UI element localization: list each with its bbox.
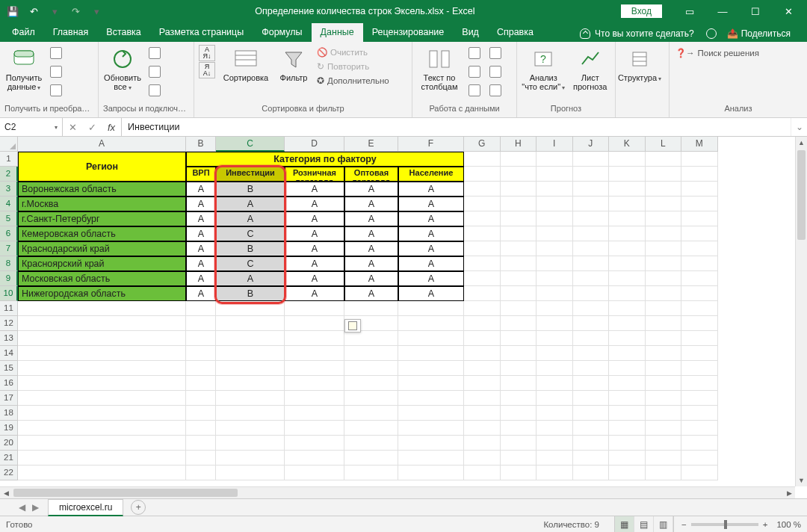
cell-F20[interactable] [398, 436, 464, 451]
col-header-D[interactable]: D [285, 137, 344, 152]
cell-M21[interactable] [681, 451, 718, 466]
cell-B13[interactable] [186, 331, 216, 346]
cell-M20[interactable] [681, 436, 718, 451]
cell-L15[interactable] [646, 361, 682, 376]
cell-G4[interactable] [464, 197, 501, 211]
cell-E11[interactable] [344, 301, 398, 316]
tab-insert[interactable]: Вставка [97, 23, 149, 42]
cell-I14[interactable] [537, 346, 573, 361]
cell-G10[interactable] [464, 286, 501, 301]
from-text-icon[interactable] [48, 45, 64, 61]
cell-K8[interactable] [609, 256, 646, 271]
cell-G3[interactable] [464, 182, 501, 197]
cell-F3[interactable]: A [398, 182, 464, 197]
cell-J11[interactable] [573, 301, 610, 316]
row-header-7[interactable]: 7 [0, 241, 18, 256]
cell-D16[interactable] [285, 376, 344, 391]
cell-A3[interactable]: Воронежская область [18, 182, 186, 197]
row-header-21[interactable]: 21 [0, 451, 18, 466]
cell-C7[interactable]: B [216, 241, 285, 256]
region-header[interactable]: Регион [18, 152, 186, 182]
sort-za-icon[interactable]: ЯA↓ [199, 62, 215, 78]
cell-B20[interactable] [186, 436, 216, 451]
cell-H1[interactable] [501, 152, 537, 167]
consolidate-icon[interactable] [487, 45, 504, 61]
cell-C16[interactable] [216, 376, 285, 391]
cell-A9[interactable]: Московская область [18, 271, 186, 286]
cell-C19[interactable] [216, 421, 285, 436]
cell-E7[interactable]: A [344, 241, 398, 256]
cell-G12[interactable] [464, 316, 501, 331]
cell-J21[interactable] [573, 451, 610, 466]
cell-H11[interactable] [501, 301, 537, 316]
cell-E5[interactable]: A [344, 211, 398, 226]
share-button[interactable]: 📤 Поделиться [721, 25, 797, 42]
save-icon[interactable]: 💾 [4, 3, 21, 19]
filter-button[interactable]: Фильтр [276, 45, 311, 82]
cell-I7[interactable] [537, 241, 573, 256]
login-button[interactable]: Вход [621, 4, 662, 18]
cell-I20[interactable] [537, 436, 573, 451]
cell-B17[interactable] [186, 391, 216, 406]
edit-links-icon[interactable] [146, 82, 163, 99]
cell-J20[interactable] [573, 436, 610, 451]
cell-K5[interactable] [609, 211, 646, 226]
cell-A10[interactable]: Нижегородская область [18, 286, 186, 301]
cell-H16[interactable] [501, 376, 537, 391]
cell-L13[interactable] [646, 331, 682, 346]
cell-M5[interactable] [681, 211, 718, 226]
cell-M6[interactable] [681, 226, 718, 241]
tab-page-layout[interactable]: Разметка страницы [150, 23, 253, 42]
col-header-I[interactable]: I [537, 137, 573, 152]
cell-J9[interactable] [573, 271, 610, 286]
cell-E6[interactable]: A [344, 226, 398, 241]
cell-M7[interactable] [681, 241, 718, 256]
view-normal-icon[interactable]: ▦ [615, 516, 634, 533]
remove-dup-icon[interactable] [466, 64, 483, 80]
name-box[interactable]: C2▾ [0, 118, 63, 136]
cell-H17[interactable] [501, 391, 537, 406]
cell-F13[interactable] [398, 331, 464, 346]
cell-M4[interactable] [681, 197, 718, 211]
cell-L21[interactable] [646, 451, 682, 466]
cell-E8[interactable]: A [344, 256, 398, 271]
tab-review[interactable]: Рецензирование [363, 23, 454, 42]
cell-H5[interactable] [501, 211, 537, 226]
cell-C5[interactable]: A [216, 211, 285, 226]
cell-H2[interactable] [501, 167, 537, 182]
cell-L5[interactable] [646, 211, 682, 226]
cell-M14[interactable] [681, 346, 718, 361]
cell-J19[interactable] [573, 421, 610, 436]
cell-I21[interactable] [537, 451, 573, 466]
col-header-L[interactable]: L [646, 137, 682, 152]
cell-D22[interactable] [285, 466, 344, 480]
cell-M15[interactable] [681, 361, 718, 376]
cell-D14[interactable] [285, 346, 344, 361]
fx-icon[interactable]: fx [102, 122, 121, 133]
cell-F10[interactable]: A [398, 286, 464, 301]
row-header-15[interactable]: 15 [0, 361, 18, 376]
cell-D17[interactable] [285, 391, 344, 406]
cell-L14[interactable] [646, 346, 682, 361]
cell-C14[interactable] [216, 346, 285, 361]
cell-F17[interactable] [398, 391, 464, 406]
row-header-22[interactable]: 22 [0, 466, 18, 480]
cell-L9[interactable] [646, 271, 682, 286]
cell-J1[interactable] [573, 152, 610, 167]
cell-D9[interactable]: A [285, 271, 344, 286]
cell-I22[interactable] [537, 466, 573, 480]
cell-K7[interactable] [609, 241, 646, 256]
cell-K14[interactable] [609, 346, 646, 361]
col-header-C[interactable]: C [216, 137, 285, 152]
cell-I1[interactable] [537, 152, 573, 167]
row-header-19[interactable]: 19 [0, 421, 18, 436]
sheet-tab[interactable]: microexcel.ru [48, 499, 123, 516]
cell-E10[interactable]: A [344, 286, 398, 301]
cell-L19[interactable] [646, 421, 682, 436]
cell-B18[interactable] [186, 406, 216, 421]
cell-I15[interactable] [537, 361, 573, 376]
cell-C22[interactable] [216, 466, 285, 480]
cell-C18[interactable] [216, 406, 285, 421]
cell-G8[interactable] [464, 256, 501, 271]
cell-K22[interactable] [609, 466, 646, 480]
